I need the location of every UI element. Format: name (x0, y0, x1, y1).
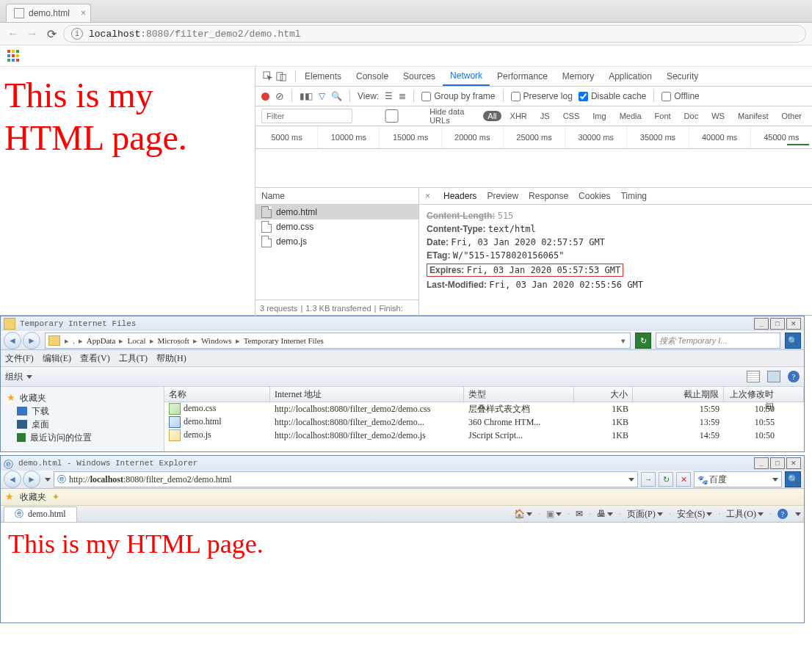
chevron-down-icon[interactable]: ▾ (620, 336, 627, 346)
breadcrumb[interactable]: ▸.▸ AppData▸ Local▸ Microsoft▸ Windows▸ … (45, 333, 631, 349)
device-icon[interactable] (276, 71, 286, 81)
tab-memory[interactable]: Memory (555, 67, 601, 86)
record-button[interactable] (261, 92, 269, 101)
chip-xhr[interactable]: XHR (506, 111, 532, 121)
stop-button[interactable]: ✕ (676, 472, 691, 487)
help-icon[interactable]: ? (777, 509, 788, 519)
apps-button[interactable] (7, 50, 19, 62)
menu-help[interactable]: 帮助(H) (156, 352, 186, 365)
forward-button[interactable]: → (25, 27, 40, 40)
clear-button[interactable]: ⊘ (275, 90, 284, 102)
chip-doc[interactable]: Doc (680, 111, 703, 121)
ie-tab[interactable]: ⓔ demo.html (4, 507, 77, 522)
filter-icon[interactable]: ▽ (319, 91, 325, 101)
url-input[interactable]: ⓔ http://localhost:8080/filter_demo2/dem… (54, 471, 638, 487)
tab-sources[interactable]: Sources (396, 67, 443, 86)
close-icon[interactable]: × (81, 8, 86, 18)
request-row[interactable]: demo.html (255, 205, 418, 219)
preserve-log-checkbox[interactable]: Preserve log (511, 91, 573, 101)
detail-tab-cookies[interactable]: Cookies (579, 191, 610, 201)
tab-console[interactable]: Console (349, 67, 396, 86)
large-rows-icon[interactable]: ☰ (385, 91, 393, 101)
chip-all[interactable]: All (483, 111, 501, 121)
search-button[interactable]: 🔍 (785, 471, 801, 487)
tab-application[interactable]: Application (601, 67, 659, 86)
menu-view[interactable]: 查看(V) (80, 352, 110, 365)
chip-media[interactable]: Media (615, 111, 646, 121)
tab-security[interactable]: Security (659, 67, 706, 86)
chip-font[interactable]: Font (650, 111, 675, 121)
tab-network[interactable]: Network (443, 67, 490, 86)
ie-titlebar[interactable]: ⓔ demo.html - Windows Internet Explorer … (1, 456, 804, 471)
close-detail-button[interactable]: × (425, 191, 430, 201)
forward-button[interactable]: ► (23, 332, 40, 349)
organize-button[interactable]: 组织 (5, 371, 32, 383)
print-icon[interactable]: 🖶 (597, 509, 613, 520)
address-bar[interactable]: i localhost:8080/filter_demo2/demo.html (63, 25, 806, 43)
inspect-icon[interactable] (263, 71, 273, 81)
chip-ws[interactable]: WS (707, 111, 729, 121)
sidebar-desktop[interactable]: 桌面 (7, 418, 158, 431)
explorer-titlebar[interactable]: Temporary Internet Files _ □ ✕ (1, 316, 804, 331)
file-row[interactable]: demo.css http://localhost:8080/filter_de… (164, 402, 804, 415)
star-icon[interactable]: ★ (5, 491, 14, 503)
detail-tab-response[interactable]: Response (529, 191, 568, 201)
minimize-button[interactable]: _ (754, 457, 769, 469)
network-timeline[interactable]: 5000 ms 10000 ms 15000 ms 20000 ms 25000… (255, 126, 812, 149)
slideshow-icon[interactable] (767, 371, 780, 382)
detail-tab-timing[interactable]: Timing (620, 191, 647, 201)
back-button[interactable]: ◄ (4, 332, 21, 349)
chip-js[interactable]: JS (536, 111, 554, 121)
capture-screenshot-icon[interactable]: ▮◧ (300, 91, 313, 101)
waterfall-icon[interactable]: ≣ (399, 91, 406, 101)
filter-input[interactable] (261, 109, 352, 123)
back-button[interactable]: ◄ (4, 471, 21, 488)
go-button[interactable]: ↻ (635, 333, 651, 349)
site-info-icon[interactable]: i (71, 28, 83, 40)
tab-elements[interactable]: Elements (297, 67, 349, 86)
go-button[interactable]: → (641, 472, 656, 487)
back-button[interactable]: ← (6, 27, 21, 40)
chip-css[interactable]: CSS (559, 111, 584, 121)
add-favorite-icon[interactable]: ✦ (52, 492, 59, 503)
maximize-button[interactable]: □ (770, 318, 785, 330)
sidebar-favorites[interactable]: ★收藏夹 (7, 391, 158, 404)
hide-data-urls-checkbox[interactable]: Hide data URLs (357, 107, 479, 125)
sidebar-recent[interactable]: 最近访问的位置 (7, 431, 158, 444)
disable-cache-checkbox[interactable]: Disable cache (579, 91, 646, 101)
request-row[interactable]: demo.js (255, 234, 418, 249)
offline-checkbox[interactable]: Offline (661, 91, 699, 101)
search-icon[interactable]: 🔍 (331, 91, 342, 101)
chip-img[interactable]: Img (588, 111, 610, 121)
detail-tab-headers[interactable]: Headers (443, 191, 476, 201)
tools-menu[interactable]: 工具(O) (726, 508, 764, 520)
reload-button[interactable]: ⟳ (44, 27, 59, 41)
forward-button[interactable]: ► (23, 471, 40, 488)
menu-tools[interactable]: 工具(T) (119, 352, 148, 365)
close-button[interactable]: ✕ (786, 457, 801, 469)
favorites-button[interactable]: 收藏夹 (20, 491, 46, 504)
file-row[interactable]: demo.js http://localhost:8080/filter_dem… (164, 429, 804, 442)
menu-edit[interactable]: 编辑(E) (43, 352, 71, 365)
feeds-icon[interactable]: ▣ (546, 509, 562, 520)
detail-tab-preview[interactable]: Preview (487, 191, 518, 201)
view-mode-icon[interactable] (747, 371, 760, 382)
devtools-dock-controls[interactable] (255, 71, 294, 81)
safety-menu[interactable]: 安全(S) (677, 508, 713, 520)
mail-icon[interactable]: ✉ (576, 509, 583, 520)
request-row[interactable]: demo.css (255, 219, 418, 234)
chip-other[interactable]: Other (777, 111, 806, 121)
column-headers[interactable]: 名称 Internet 地址 类型 大小 截止期限 上次修改时间 (164, 387, 804, 402)
menu-file[interactable]: 文件(F) (5, 352, 34, 365)
name-column-header[interactable]: Name (255, 188, 418, 205)
file-row[interactable]: demo.html http://localhost:8080/filter_d… (164, 415, 804, 429)
timeline-overview[interactable] (255, 149, 812, 188)
help-icon[interactable]: ? (788, 371, 800, 382)
maximize-button[interactable]: □ (770, 457, 785, 469)
home-icon[interactable]: 🏠 (514, 509, 532, 520)
search-input[interactable]: 搜索 Temporary I... (656, 333, 780, 349)
search-box[interactable]: 🐾 百度 (694, 471, 782, 487)
group-by-frame-checkbox[interactable]: Group by frame (421, 91, 495, 101)
minimize-button[interactable]: _ (754, 318, 769, 330)
sidebar-downloads[interactable]: 下载 (7, 404, 158, 418)
